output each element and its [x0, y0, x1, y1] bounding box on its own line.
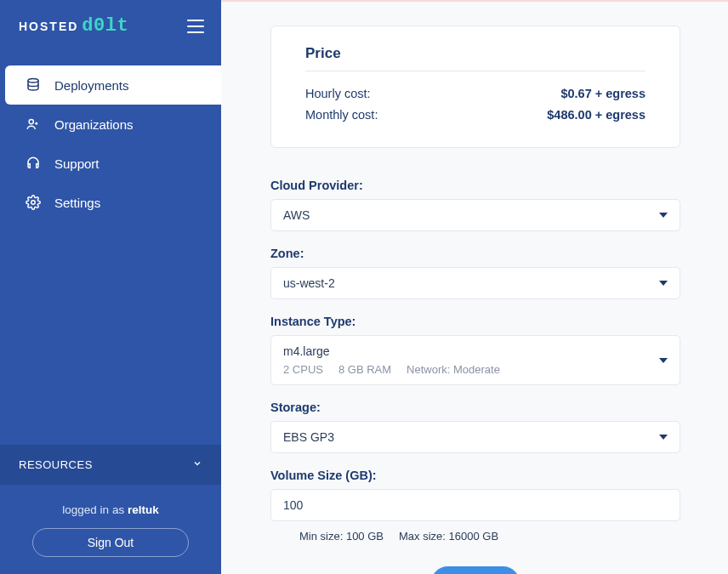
volume-min-hint: Min size: 100 GB [299, 530, 384, 543]
cloud-provider-group: Cloud Provider: AWS [270, 179, 680, 231]
resources-label: RESOURCES [19, 458, 93, 471]
price-title: Price [305, 45, 646, 71]
instance-type-select[interactable]: m4.large 2 CPUS 8 GB RAM Network: Modera… [270, 335, 680, 385]
price-hourly-value: $0.67 + egress [560, 83, 646, 105]
price-card: Price Hourly cost: $0.67 + egress Monthl… [270, 26, 680, 148]
logo-hosted-text: HOSTED [19, 20, 78, 33]
zone-group: Zone: us-west-2 [270, 247, 680, 299]
svg-point-1 [29, 119, 33, 123]
volume-size-label: Volume Size (GB): [270, 469, 680, 482]
resources-toggle[interactable]: RESOURCES [0, 445, 221, 485]
chevron-down-icon [192, 458, 202, 471]
instance-network: Network: Moderate [407, 363, 500, 376]
instance-ram: 8 GB RAM [338, 363, 391, 376]
zone-select[interactable]: us-west-2 [270, 267, 680, 299]
users-icon [26, 117, 41, 132]
instance-type-value: m4.large [283, 344, 500, 358]
storage-select[interactable]: EBS GP3 [270, 421, 680, 453]
sidebar-item-organizations[interactable]: Organizations [5, 105, 221, 144]
storage-label: Storage: [270, 401, 680, 414]
hamburger-icon[interactable] [187, 20, 204, 33]
sidebar-nav: Deployments Organizations Support Settin… [0, 57, 221, 222]
sidebar-item-label: Support [54, 156, 100, 171]
gear-icon [26, 195, 41, 210]
volume-size-input[interactable] [283, 498, 668, 512]
volume-size-input-wrap[interactable] [270, 489, 680, 521]
zone-label: Zone: [270, 247, 680, 260]
price-hourly-row: Hourly cost: $0.67 + egress [305, 83, 646, 105]
logo[interactable]: HOSTED d0lt [19, 15, 128, 37]
next-button-wrap: Next [270, 566, 680, 574]
volume-max-hint: Max size: 16000 GB [399, 530, 498, 543]
sidebar-item-label: Deployments [54, 78, 129, 93]
sidebar-item-settings[interactable]: Settings [5, 183, 221, 222]
volume-size-group: Volume Size (GB): Min size: 100 GB Max s… [270, 469, 680, 543]
storage-value: EBS GP3 [283, 430, 334, 444]
sidebar-header: HOSTED d0lt [0, 0, 221, 57]
login-status: logged in as reltuk [17, 503, 204, 516]
logged-in-prefix: logged in as [62, 503, 128, 516]
svg-point-0 [28, 79, 38, 83]
instance-cpus: 2 CPUS [283, 363, 323, 376]
cloud-provider-label: Cloud Provider: [270, 179, 680, 192]
instance-type-label: Instance Type: [270, 315, 680, 328]
svg-point-2 [31, 201, 36, 205]
database-icon [26, 77, 41, 93]
cloud-provider-select[interactable]: AWS [270, 199, 680, 231]
main-content: Price Hourly cost: $0.67 + egress Monthl… [221, 0, 728, 574]
price-monthly-row: Monthly cost: $486.00 + egress [305, 105, 646, 126]
instance-type-group: Instance Type: m4.large 2 CPUS 8 GB RAM … [270, 315, 680, 385]
logo-dolt-text: d0lt [82, 15, 128, 37]
caret-down-icon [659, 281, 668, 286]
zone-value: us-west-2 [283, 276, 335, 290]
price-hourly-label: Hourly cost: [305, 83, 371, 105]
price-monthly-value: $486.00 + egress [547, 105, 646, 126]
volume-hints: Min size: 100 GB Max size: 16000 GB [270, 530, 680, 543]
cloud-provider-value: AWS [283, 208, 310, 222]
price-monthly-label: Monthly cost: [305, 105, 378, 126]
sidebar: HOSTED d0lt Deployments Organizations Su… [0, 0, 221, 574]
sidebar-item-label: Settings [54, 196, 100, 210]
instance-type-meta: 2 CPUS 8 GB RAM Network: Moderate [283, 363, 500, 376]
username: reltuk [128, 503, 159, 516]
caret-down-icon [659, 213, 668, 218]
sidebar-item-deployments[interactable]: Deployments [5, 65, 221, 105]
next-button[interactable]: Next [431, 566, 520, 574]
sidebar-footer: logged in as reltuk Sign Out [0, 485, 221, 574]
sidebar-item-label: Organizations [54, 117, 134, 132]
storage-group: Storage: EBS GP3 [270, 401, 680, 453]
signout-button[interactable]: Sign Out [32, 528, 189, 557]
sidebar-item-support[interactable]: Support [5, 144, 221, 183]
caret-down-icon [659, 358, 668, 363]
caret-down-icon [659, 435, 668, 440]
headset-icon [26, 156, 41, 171]
